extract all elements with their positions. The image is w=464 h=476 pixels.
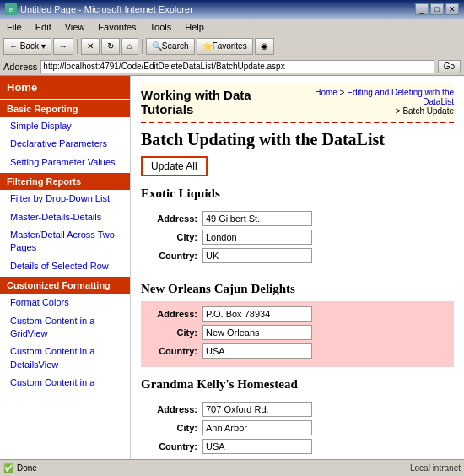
breadcrumb-home[interactable]: Home [315,88,337,97]
company-section-0: Exotic Liquids Address: City: Country: [141,187,454,272]
menu-bar: File Edit View Favorites Tools Help [0,19,464,35]
sidebar-item-custom-content-other[interactable]: Custom Content in a [0,374,130,392]
sidebar-item-filter-dropdown[interactable]: Filter by Drop-Down List [0,190,130,208]
country-input-1[interactable] [202,343,312,359]
update-all-button[interactable]: Update All [141,156,208,176]
menu-favorites[interactable]: Favorites [94,21,139,33]
sidebar-item-details-selected-row[interactable]: Details of Selected Row [0,257,130,275]
menu-view[interactable]: View [62,21,89,33]
go-button[interactable]: Go [438,60,461,73]
breadcrumb: Home > Editing and Deleting with the Dat… [294,88,454,116]
close-button[interactable]: ✕ [445,3,459,15]
stop-button[interactable]: ✕ [81,38,100,55]
city-row-0: City: [148,230,447,245]
sidebar-section-customized-formatting: Customized Formatting [0,277,130,294]
sidebar: Home Basic Reporting Simple Display Decl… [0,76,131,459]
sidebar-home[interactable]: Home [0,76,130,99]
sidebar-item-custom-content-gridview[interactable]: Custom Content in a GridView [0,312,130,343]
country-row-0: Country: [148,248,447,263]
city-row-2: City: [148,420,447,435]
search-button[interactable]: 🔍 Search [146,38,195,55]
address-label-1: Address: [148,309,202,319]
sidebar-item-setting-parameter-values[interactable]: Setting Parameter Values [0,154,130,171]
city-label-1: City: [148,327,202,338]
city-input-0[interactable] [202,230,312,245]
sidebar-item-declarative-parameters[interactable]: Declarative Parameters [0,135,130,153]
back-button[interactable]: ← Back ▾ [3,38,51,55]
page-title: Batch Updating with the DataList [141,130,454,149]
address-row-1: Address: [148,306,447,322]
sidebar-item-custom-content-detailsview[interactable]: Custom Content in a DetailsView [0,343,130,374]
status-left: ✅ Done [3,463,37,473]
sidebar-item-master-details[interactable]: Master-Details-Details [0,208,130,226]
menu-edit[interactable]: Edit [32,21,55,33]
country-label-0: Country: [148,251,202,261]
breadcrumb-current: Batch Update [402,106,454,116]
country-label-2: Country: [148,441,202,452]
favorites-button[interactable]: ⭐ Favorites [197,38,253,55]
forward-button[interactable]: → [53,38,73,55]
country-input-0[interactable] [202,248,312,263]
toolbar-sep-2 [142,39,143,54]
country-row-2: Country: [148,439,447,454]
window-title: Untitled Page - Microsoft Internet Explo… [20,4,193,14]
company-section-1: New Orleans Cajun Delights Address: City… [141,282,454,367]
refresh-button[interactable]: ↻ [101,38,120,55]
app-icon: e [5,3,17,15]
company-form-1: Address: City: Country: [141,301,454,367]
maximize-button[interactable]: □ [430,3,444,15]
page-header-top: Working with Data Tutorials Home > Editi… [141,83,454,123]
country-input-2[interactable] [202,439,312,454]
media-button[interactable]: ◉ [255,38,274,55]
city-label-2: City: [148,423,202,433]
toolbar: ← Back ▾ → ✕ ↻ ⌂ 🔍 Search ⭐ Favorites ◉ [0,35,464,57]
window-controls[interactable]: _ □ ✕ [415,3,459,15]
address-input-0[interactable] [202,211,312,226]
status-icon: ✅ [3,463,13,473]
menu-file[interactable]: File [3,21,25,33]
status-bar: ✅ Done Local intranet [0,459,464,476]
address-row-0: Address: [148,211,447,226]
home-button[interactable]: ⌂ [121,38,138,55]
city-row-1: City: [148,325,447,340]
site-title: Working with Data Tutorials [141,88,294,116]
title-bar: e Untitled Page - Microsoft Internet Exp… [0,0,464,19]
address-label: Address [3,62,37,72]
main-content: Working with Data Tutorials Home > Editi… [131,76,464,459]
company-form-0: Address: City: Country: [141,206,454,272]
address-input-1[interactable] [202,306,312,322]
company-name-0: Exotic Liquids [141,187,454,201]
toolbar-sep-1 [77,39,78,54]
status-text: Done [17,463,37,473]
page-wrapper: Home Basic Reporting Simple Display Decl… [0,76,464,459]
company-form-2: Address: City: Country: [141,397,454,459]
company-name-2: Grandma Kelly's Homestead [141,377,454,392]
company-section-2: Grandma Kelly's Homestead Address: City:… [141,377,454,459]
address-row-2: Address: [148,402,447,417]
sidebar-item-format-colors[interactable]: Format Colors [0,294,130,311]
menu-tools[interactable]: Tools [147,21,175,33]
sidebar-item-master-detail-two-pages[interactable]: Master/Detail Across Two Pages [0,226,130,257]
breadcrumb-parent[interactable]: Editing and Deleting with the DataList [347,88,454,106]
city-input-1[interactable] [202,325,312,340]
minimize-button[interactable]: _ [415,3,429,15]
address-label-0: Address: [148,214,202,224]
menu-help[interactable]: Help [181,21,208,33]
city-label-0: City: [148,232,202,242]
address-input[interactable] [40,60,434,73]
city-input-2[interactable] [202,420,312,435]
address-bar: Address Go [0,57,464,76]
country-label-1: Country: [148,346,202,356]
sidebar-section-filtering-reports: Filtering Reports [0,173,130,190]
sidebar-section-basic-reporting: Basic Reporting [0,100,130,117]
company-name-1: New Orleans Cajun Delights [141,282,454,296]
status-right: Local intranet [410,463,461,473]
address-input-2[interactable] [202,402,312,417]
country-row-1: Country: [148,343,447,359]
address-label-2: Address: [148,404,202,414]
sidebar-item-simple-display[interactable]: Simple Display [0,117,130,135]
